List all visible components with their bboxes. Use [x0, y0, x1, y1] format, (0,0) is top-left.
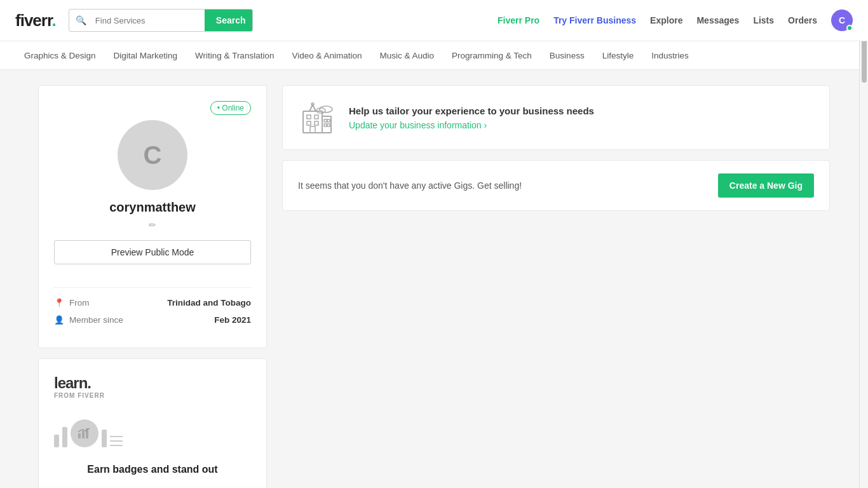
business-icon: [298, 98, 336, 137]
bar-icon-3: [102, 430, 107, 447]
svg-rect-1: [82, 431, 85, 438]
messages-link[interactable]: Messages: [696, 15, 739, 25]
search-bar: 🔍 Search: [69, 9, 253, 32]
pin-icon: 📍: [54, 298, 64, 308]
logo-text: fiverr: [15, 11, 52, 30]
learn-badge-icons: [54, 409, 251, 454]
learn-logo: learn. FROM FIVERR: [54, 374, 251, 399]
top-nav: Fiverr Pro Try Fiverr Business Explore M…: [498, 10, 853, 31]
from-label: 📍 From: [54, 298, 90, 308]
member-since-label: 👤 Member since: [54, 315, 123, 325]
member-since-value: Feb 2021: [214, 315, 251, 325]
header: fiverr. 🔍 Search Fiverr Pro Try Fiverr B…: [0, 0, 868, 41]
business-info-card: Help us tailor your experience to your b…: [282, 85, 830, 150]
avatar-letter: C: [839, 15, 845, 25]
nav-business[interactable]: Business: [541, 41, 593, 70]
edit-icon[interactable]: ✏: [149, 220, 156, 230]
svg-rect-13: [327, 124, 330, 126]
avatar[interactable]: C: [831, 10, 853, 31]
member-since-row: 👤 Member since Feb 2021: [54, 315, 251, 325]
preview-public-mode-button[interactable]: Preview Public Mode: [54, 240, 251, 264]
nav-music-audio[interactable]: Music & Audio: [371, 41, 444, 70]
svg-rect-7: [315, 121, 318, 125]
scrollbar[interactable]: [859, 0, 868, 488]
orders-link[interactable]: Orders: [788, 15, 817, 25]
bar-icon-2: [62, 427, 67, 447]
avatar-online-dot: [846, 25, 853, 31]
svg-rect-11: [327, 119, 330, 122]
learn-card-title: Earn badges and stand out: [54, 464, 251, 475]
bar-icon-1: [54, 435, 59, 447]
profile-username: corynmatthew: [109, 200, 196, 215]
no-gigs-card: It seems that you don't have any active …: [282, 160, 830, 211]
business-card-text: Help us tailor your experience to your b…: [349, 105, 594, 130]
main-content: • Online C corynmatthew ✏ Preview Public…: [0, 70, 868, 488]
svg-point-15: [320, 106, 332, 112]
category-nav: Graphics & Design Digital Marketing Writ…: [0, 41, 868, 70]
svg-rect-6: [307, 121, 311, 125]
nav-lifestyle[interactable]: Lifestyle: [593, 41, 643, 70]
business-update-link[interactable]: Update your business information ›: [349, 120, 487, 130]
right-column: Help us tailor your experience to your b…: [282, 85, 830, 488]
list-icon: [110, 435, 123, 447]
create-new-gig-button[interactable]: Create a New Gig: [718, 173, 814, 198]
nav-industries[interactable]: Industries: [642, 41, 698, 70]
learn-logo-text: learn.: [54, 374, 251, 392]
chart-circle-icon: [71, 419, 98, 447]
svg-rect-12: [324, 124, 327, 126]
lists-link[interactable]: Lists: [753, 15, 774, 25]
svg-rect-3: [303, 111, 322, 133]
svg-rect-0: [78, 433, 81, 438]
explore-link[interactable]: Explore: [650, 15, 682, 25]
business-card-title: Help us tailor your experience to your b…: [349, 105, 594, 116]
from-row: 📍 From Trinidad and Tobago: [54, 298, 251, 308]
fiverr-business-link[interactable]: Try Fiverr Business: [553, 15, 636, 25]
svg-rect-4: [307, 115, 311, 119]
from-value: Trinidad and Tobago: [167, 298, 251, 308]
nav-video-animation[interactable]: Video & Animation: [283, 41, 370, 70]
fiverr-pro-link[interactable]: Fiverr Pro: [498, 15, 539, 25]
no-gigs-text: It seems that you don't have any active …: [298, 180, 522, 191]
profile-avatar: C: [118, 120, 187, 190]
profile-top: • Online C corynmatthew ✏ Preview Public…: [54, 101, 251, 277]
learn-logo-sub: FROM FIVERR: [54, 392, 251, 399]
logo[interactable]: fiverr.: [15, 11, 56, 30]
nav-writing-translation[interactable]: Writing & Translation: [186, 41, 283, 70]
search-button[interactable]: Search: [205, 10, 253, 31]
online-badge: • Online: [210, 101, 251, 115]
learn-card: learn. FROM FIVERR: [38, 358, 267, 488]
profile-card: • Online C corynmatthew ✏ Preview Public…: [38, 85, 267, 348]
divider: [54, 287, 251, 288]
user-icon: 👤: [54, 315, 64, 325]
svg-rect-5: [315, 115, 318, 119]
nav-digital-marketing[interactable]: Digital Marketing: [105, 41, 187, 70]
search-input[interactable]: [93, 11, 205, 30]
nav-graphics-design[interactable]: Graphics & Design: [15, 41, 105, 70]
left-column: • Online C corynmatthew ✏ Preview Public…: [38, 85, 267, 488]
nav-programming-tech[interactable]: Programming & Tech: [443, 41, 541, 70]
svg-rect-10: [324, 119, 327, 122]
search-icon: 🔍: [69, 15, 93, 25]
svg-rect-8: [310, 126, 315, 133]
